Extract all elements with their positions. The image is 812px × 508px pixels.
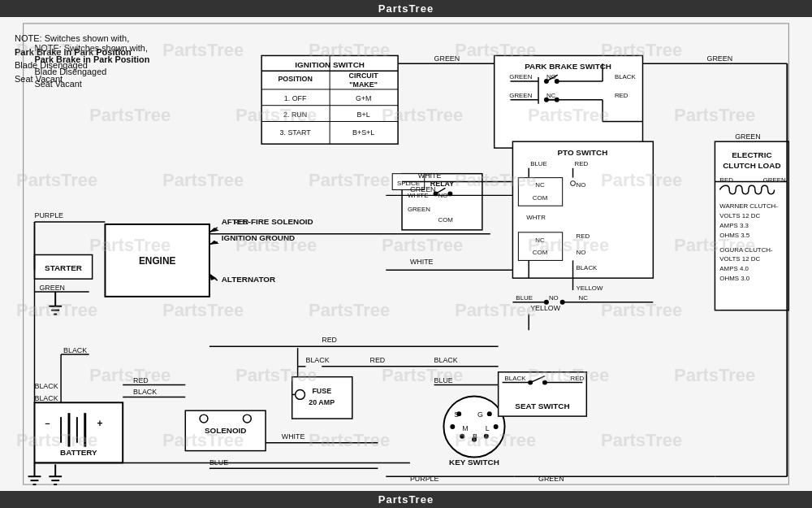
svg-text:COM: COM [533, 249, 547, 256]
svg-point-149 [487, 411, 492, 416]
svg-text:BLUE: BLUE [530, 160, 547, 167]
svg-text:B+S+L: B+S+L [352, 128, 374, 137]
svg-text:GREEN: GREEN [408, 206, 430, 213]
svg-text:WHITE: WHITE [418, 172, 442, 180]
svg-text:+: + [97, 418, 103, 429]
svg-text:−: − [45, 419, 50, 428]
svg-text:BLACK: BLACK [34, 394, 58, 402]
svg-text:BLACK: BLACK [133, 388, 157, 396]
svg-point-145 [460, 434, 464, 439]
svg-text:RED: RED [576, 232, 590, 240]
svg-text:ALTERNATOR: ALTERNATOR [222, 275, 275, 284]
svg-text:G: G [477, 410, 483, 419]
bottom-bar: PartsTree [0, 491, 812, 508]
site-name-top: PartsTree [378, 2, 434, 15]
svg-text:PTO SWITCH: PTO SWITCH [557, 148, 607, 157]
svg-text:ENGINE: ENGINE [139, 255, 176, 267]
svg-text:WHITE: WHITE [282, 432, 305, 441]
svg-text:ELECTRIC: ELECTRIC [732, 150, 771, 159]
svg-text:RED: RED [575, 160, 589, 167]
svg-point-129 [200, 415, 208, 423]
svg-point-147 [484, 434, 489, 439]
svg-text:CIRCUIT: CIRCUIT [349, 72, 379, 80]
svg-text:VOLTS 12 DC: VOLTS 12 DC [719, 212, 760, 219]
svg-text:"MAKE": "MAKE" [349, 80, 378, 89]
svg-text:OHMS 3.0: OHMS 3.0 [719, 275, 749, 282]
site-name-bottom: PartsTree [378, 493, 434, 506]
svg-text:BATTERY: BATTERY [60, 448, 97, 457]
svg-text:BLACK: BLACK [505, 375, 527, 382]
svg-text:RED: RED [234, 218, 249, 226]
svg-text:YELLOW: YELLOW [576, 284, 603, 292]
main-container: PartsTree PartsTreePartsTreePartsTreePar… [0, 0, 812, 508]
svg-text:1. OFF: 1. OFF [284, 94, 307, 102]
svg-text:COM: COM [438, 216, 453, 224]
wiring-diagram-svg: NOTE: Switches shown with, Park Brake in… [0, 17, 812, 491]
svg-text:L: L [486, 424, 490, 432]
svg-text:SOLENOID: SOLENOID [205, 426, 247, 435]
svg-text:WHTR: WHTR [526, 214, 546, 221]
svg-point-75 [560, 300, 565, 305]
svg-text:BLACK: BLACK [615, 73, 637, 80]
svg-text:NO: NO [576, 249, 585, 256]
svg-text:M: M [462, 424, 468, 432]
svg-text:POSITION: POSITION [278, 75, 312, 83]
svg-text:SEAT SWITCH: SEAT SWITCH [515, 402, 569, 410]
svg-text:BLUE: BLUE [516, 294, 533, 302]
svg-text:COM: COM [533, 194, 547, 202]
svg-text:OGURA CLUTCH-: OGURA CLUTCH- [719, 246, 773, 254]
svg-text:RED: RED [571, 375, 585, 382]
svg-point-148 [494, 424, 499, 429]
svg-point-58 [571, 181, 576, 186]
diagram-area: PartsTreePartsTreePartsTreePartsTreePart… [0, 17, 812, 491]
svg-text:RED: RED [133, 376, 149, 384]
note-line4: Seat Vacant [15, 72, 132, 86]
svg-text:G+M: G+M [356, 94, 371, 102]
svg-point-144 [450, 424, 455, 429]
svg-text:BLACK: BLACK [34, 382, 58, 390]
svg-text:BLACK: BLACK [576, 264, 598, 271]
svg-text:GREEN: GREEN [707, 54, 733, 63]
svg-text:AMPS 3.3: AMPS 3.3 [719, 222, 749, 229]
svg-text:GREEN: GREEN [509, 92, 532, 99]
svg-text:RED: RED [615, 92, 628, 99]
svg-point-143 [456, 411, 461, 416]
note-line1: NOTE: Switches shown with, [15, 32, 132, 46]
svg-text:NO: NO [576, 181, 585, 189]
svg-text:RED: RED [322, 336, 337, 344]
svg-text:3. START: 3. START [280, 128, 312, 137]
svg-point-146 [472, 437, 477, 442]
svg-text:KEY SWITCH: KEY SWITCH [449, 458, 499, 467]
svg-text:AMPS 4.0: AMPS 4.0 [719, 265, 749, 272]
svg-text:GREEN: GREEN [39, 284, 65, 292]
top-bar: PartsTree [0, 0, 812, 17]
svg-text:2. RUN: 2. RUN [283, 111, 307, 119]
svg-text:BLACK: BLACK [305, 356, 329, 364]
note-box: NOTE: Switches shown with, Park Brake in… [15, 32, 132, 85]
svg-text:YELLOW: YELLOW [530, 304, 561, 312]
svg-text:PURPLE: PURPLE [34, 211, 63, 219]
svg-text:BLUE: BLUE [434, 376, 453, 384]
svg-text:BLACK: BLACK [63, 346, 87, 354]
svg-point-130 [243, 415, 251, 423]
svg-text:VOLTS 12 DC: VOLTS 12 DC [719, 255, 760, 263]
svg-text:NC: NC [578, 294, 588, 302]
note-line2: Park Brake in Park Position [15, 46, 132, 59]
svg-text:RED: RED [370, 356, 386, 364]
svg-text:GREEN: GREEN [410, 185, 436, 193]
svg-text:NC: NC [535, 237, 545, 244]
svg-text:GREEN: GREEN [509, 73, 532, 80]
svg-text:BLACK: BLACK [434, 356, 458, 364]
svg-text:GREEN: GREEN [434, 54, 460, 63]
svg-text:NC: NC [535, 181, 545, 189]
svg-point-30 [555, 79, 559, 84]
svg-text:PARK BRAKE SWITCH: PARK BRAKE SWITCH [525, 62, 611, 71]
svg-text:WARNER CLUTCH-: WARNER CLUTCH- [719, 202, 778, 210]
svg-point-134 [296, 389, 305, 399]
svg-text:B+L: B+L [357, 111, 370, 119]
svg-text:WHITE: WHITE [410, 258, 434, 266]
svg-text:STARTER: STARTER [45, 263, 82, 272]
svg-text:OHMS 3.5: OHMS 3.5 [719, 232, 749, 239]
svg-text:GREEN: GREEN [735, 132, 761, 141]
svg-text:NO: NO [549, 294, 559, 302]
